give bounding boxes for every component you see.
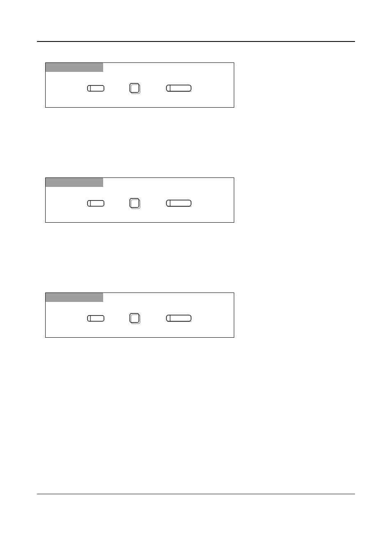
button-icon: [87, 315, 104, 324]
diagram-titlebar: [46, 178, 234, 187]
titlebar-active-segment: [46, 63, 103, 72]
pill-button-icon: [166, 85, 192, 94]
titlebar-rest: [103, 63, 234, 72]
diagram-panel: [45, 177, 234, 223]
pill-button-icon: [166, 315, 192, 325]
titlebar-rest: [103, 178, 234, 187]
diagram-panel: [45, 292, 234, 338]
square-icon: [129, 83, 141, 97]
svg-rect-14: [88, 315, 104, 321]
diagram-titlebar: [46, 63, 234, 72]
diagram-panel: [45, 62, 234, 108]
diagram-block-1: [45, 62, 355, 108]
titlebar-active-segment: [46, 178, 103, 187]
diagram-block-2: [45, 177, 355, 223]
diagram-block-3: [45, 292, 355, 338]
svg-rect-0: [88, 85, 104, 91]
diagram-body: [46, 72, 234, 107]
pill-button-icon: [166, 200, 192, 210]
page-header: [37, 25, 355, 41]
footer-rule: [37, 494, 355, 494]
button-icon: [87, 85, 104, 94]
square-icon: [129, 198, 141, 212]
square-icon: [129, 313, 141, 327]
titlebar-rest: [103, 293, 234, 302]
content-area: [37, 42, 355, 338]
page: [0, 0, 392, 555]
diagram-titlebar: [46, 293, 234, 302]
svg-rect-7: [88, 200, 104, 206]
button-icon: [87, 200, 104, 209]
titlebar-active-segment: [46, 293, 103, 302]
diagram-body: [46, 302, 234, 337]
diagram-body: [46, 187, 234, 222]
